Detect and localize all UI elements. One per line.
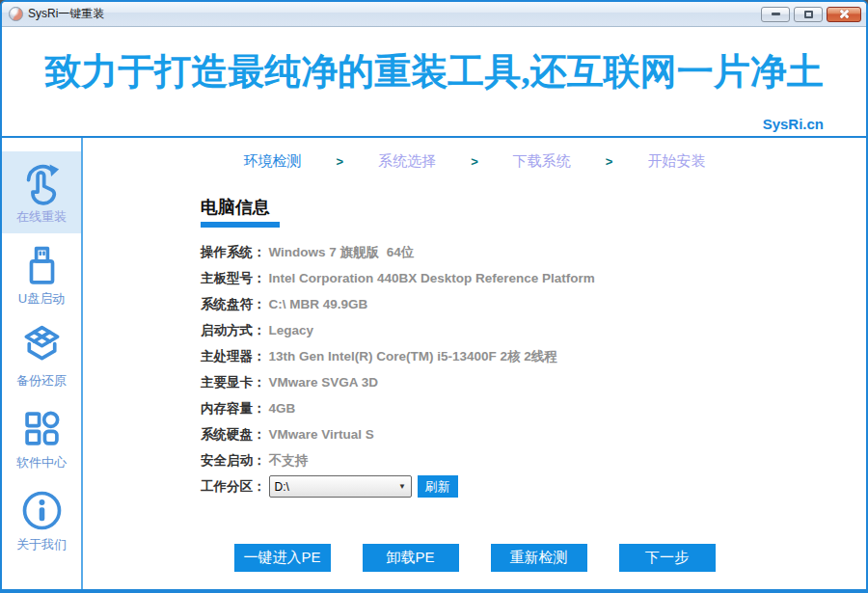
info-row-cpu: 主处理器： 13th Gen Intel(R) Core(TM) i5-1340…	[201, 343, 866, 369]
info-label: 工作分区：	[201, 478, 266, 496]
info-value: VMware Virtual S	[269, 427, 374, 442]
recheck-button[interactable]: 重新检测	[491, 544, 587, 572]
info-value: VMware SVGA 3D	[269, 375, 379, 390]
window-title: SysRi一键重装	[28, 6, 761, 22]
computer-info-list: 操作系统： Windows 7 旗舰版 64位 主板型号： Intel Corp…	[201, 239, 866, 499]
content-panel: 环境检测 > 系统选择 > 下载系统 > 开始安装 电脑信息 操作系统： Win…	[83, 138, 866, 589]
app-icon	[9, 7, 23, 21]
window-controls	[761, 7, 861, 22]
sidebar-item-software-center[interactable]: 软件中心	[2, 397, 81, 479]
sidebar: 在线重装 U盘启动 备份还原	[2, 138, 83, 589]
info-row-disk: 系统硬盘： VMware Virtual S	[201, 421, 866, 447]
partition-dropdown[interactable]: D:\ ▼	[269, 475, 412, 498]
info-label: 主板型号：	[201, 270, 266, 287]
site-url: SysRi.cn	[763, 116, 824, 132]
slogan-text: 致力于打造最纯净的重装工具,还互联网一片净土	[2, 47, 866, 96]
main-area: 在线重装 U盘启动 备份还原	[2, 138, 866, 589]
info-circle-icon	[19, 488, 65, 533]
sidebar-item-online-reinstall[interactable]: 在线重装	[2, 151, 81, 233]
info-value: 13th Gen Intel(R) Core(TM) i5-13400F 2核 …	[269, 348, 557, 365]
section-title: 电脑信息	[201, 196, 866, 219]
uninstall-pe-button[interactable]: 卸载PE	[363, 544, 459, 572]
minimize-button[interactable]	[761, 7, 790, 22]
step-system-select[interactable]: 系统选择	[378, 152, 436, 171]
sidebar-item-label: 软件中心	[16, 454, 67, 472]
app-grid-icon	[19, 406, 65, 451]
info-row-boot-mode: 启动方式： Legacy	[201, 317, 866, 343]
info-row-motherboard: 主板型号： Intel Corporation 440BX Desktop Re…	[201, 265, 866, 291]
info-row-memory: 内存容量： 4GB	[201, 395, 866, 421]
section-title-underline	[201, 222, 280, 228]
info-row-gpu: 主要显卡： VMware SVGA 3D	[201, 369, 866, 395]
info-value: C:\ MBR 49.9GB	[269, 297, 368, 311]
info-label: 系统盘符：	[201, 296, 266, 313]
step-arrow-icon: >	[606, 154, 613, 169]
header-banner: 致力于打造最纯净的重装工具,还互联网一片净土 SysRi.cn	[2, 27, 866, 138]
info-label: 系统硬盘：	[201, 426, 266, 444]
info-label: 安全启动：	[201, 452, 266, 470]
info-value: Legacy	[269, 323, 314, 337]
info-value: Windows 7 旗舰版 64位	[269, 244, 415, 261]
action-buttons: 一键进入PE 卸载PE 重新检测 下一步	[83, 544, 866, 572]
step-arrow-icon: >	[471, 154, 478, 169]
info-row-os: 操作系统： Windows 7 旗舰版 64位	[201, 239, 866, 265]
sidebar-item-label: 备份还原	[16, 372, 67, 390]
sidebar-item-label: 在线重装	[16, 208, 67, 226]
sidebar-item-label: 关于我们	[16, 536, 67, 553]
backup-box-icon	[19, 324, 65, 369]
maximize-icon	[804, 11, 813, 18]
step-arrow-icon: >	[337, 154, 344, 169]
refresh-button[interactable]: 刷新	[418, 475, 458, 498]
enter-pe-button[interactable]: 一键进入PE	[234, 544, 331, 572]
info-label: 主要显卡：	[201, 374, 266, 391]
info-label: 启动方式：	[201, 322, 266, 339]
info-label: 主处理器：	[201, 348, 266, 365]
usb-drive-icon	[19, 242, 65, 287]
info-label: 内存容量：	[201, 400, 266, 418]
sidebar-item-about-us[interactable]: 关于我们	[2, 479, 81, 561]
info-value: Intel Corporation 440BX Desktop Referenc…	[269, 271, 595, 285]
info-value: 不支持	[269, 452, 309, 470]
step-download-system[interactable]: 下载系统	[513, 152, 571, 171]
step-environment-check[interactable]: 环境检测	[244, 152, 302, 171]
maximize-button[interactable]	[794, 7, 823, 22]
info-row-system-drive: 系统盘符： C:\ MBR 49.9GB	[201, 291, 866, 317]
sidebar-item-usb-boot[interactable]: U盘启动	[2, 233, 81, 315]
next-step-button[interactable]: 下一步	[619, 544, 716, 572]
info-value: 4GB	[269, 401, 296, 416]
chevron-down-icon: ▼	[394, 482, 411, 491]
minimize-icon	[772, 13, 780, 15]
info-row-work-partition: 工作分区： D:\ ▼ 刷新	[201, 473, 866, 499]
sidebar-item-label: U盘启动	[18, 290, 65, 308]
hand-refresh-icon	[19, 160, 65, 205]
info-label: 操作系统：	[201, 244, 266, 261]
step-start-install[interactable]: 开始安装	[647, 152, 705, 171]
partition-selected-value: D:\	[270, 480, 394, 494]
title-bar: SysRi一键重装	[2, 2, 866, 27]
app-window: SysRi一键重装 致力于打造最纯净的重装工具,还互联网一片净土 SysRi.c…	[0, 0, 868, 593]
steps-nav: 环境检测 > 系统选择 > 下载系统 > 开始安装	[83, 152, 866, 171]
close-button[interactable]	[827, 7, 861, 22]
info-row-secure-boot: 安全启动： 不支持	[201, 447, 866, 473]
sidebar-item-backup-restore[interactable]: 备份还原	[2, 315, 81, 397]
